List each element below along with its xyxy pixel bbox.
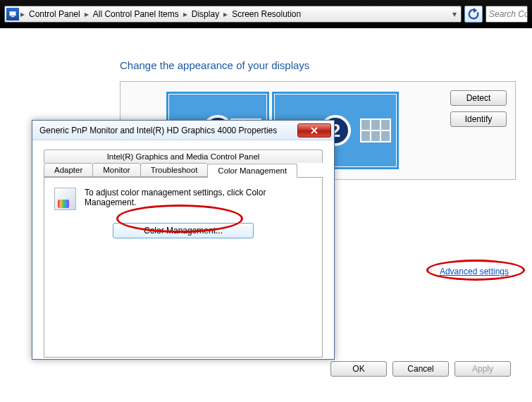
tab-intel-graphics-label: Intel(R) Graphics and Media Control Pane… [107,152,260,161]
page-title: Change the appearance of your displays [120,59,532,71]
tab-monitor[interactable]: Monitor [92,163,140,177]
svg-rect-1 [11,16,15,17]
dialog-titlebar[interactable]: Generic PnP Monitor and Intel(R) HD Grap… [32,121,334,140]
address-bar[interactable]: ▸ Control Panel ▸ All Control Panel Item… [4,6,462,23]
crumb-all-items[interactable]: All Control Panel Items [89,9,183,19]
color-management-button[interactable]: Color Management... [113,223,254,238]
tab-panel-color-management: To adjust color management settings, cli… [44,177,323,358]
crumb-screen-resolution[interactable]: Screen Resolution [228,9,305,19]
address-toolbar: ▸ Control Panel ▸ All Control Panel Item… [0,0,532,28]
color-management-description: To adjust color management settings, cli… [85,188,312,207]
advanced-settings-link[interactable]: Advanced settings [440,267,509,276]
crumb-control-panel[interactable]: Control Panel [25,9,85,19]
refresh-button[interactable] [464,6,483,23]
close-icon [311,127,318,134]
tab-troubleshoot[interactable]: Troubleshoot [140,163,209,177]
dialog-title-text: Generic PnP Monitor and Intel(R) HD Grap… [39,126,277,135]
cancel-button[interactable]: Cancel [392,361,449,377]
search-placeholder: Search Con [489,9,528,19]
detect-button[interactable]: Detect [450,90,507,106]
tab-color-management[interactable]: Color Management [207,164,297,178]
properties-dialog: Generic PnP Monitor and Intel(R) HD Grap… [32,120,335,360]
crumb-display[interactable]: Display [187,9,223,19]
identify-button[interactable]: Identify [450,111,507,127]
tab-intel-graphics[interactable]: Intel(R) Graphics and Media Control Pane… [44,150,323,163]
ok-button[interactable]: OK [330,361,387,377]
monitor-decor [360,118,391,142]
close-button[interactable] [297,123,331,138]
search-input[interactable]: Search Con [485,6,528,23]
tab-adapter[interactable]: Adapter [44,163,93,177]
svg-rect-0 [10,11,16,16]
display-icon [6,8,19,20]
color-management-icon [54,188,76,210]
dialog-button-bar: OK Cancel Apply [330,361,511,377]
chevron-down-icon[interactable]: ▾ [450,9,459,19]
apply-button[interactable]: Apply [454,361,511,377]
